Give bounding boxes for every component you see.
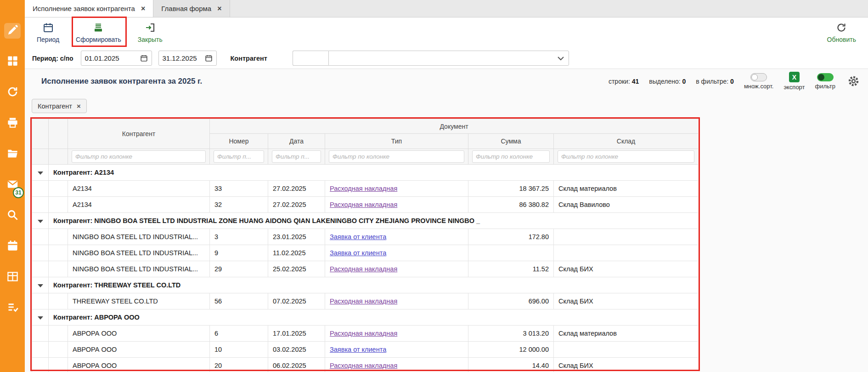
sidebar-item-registry[interactable] [4,269,21,285]
cell-counterparty: АВРОРА ООО [68,342,210,358]
document-type-link[interactable]: Расходная накладная [330,330,397,337]
sidebar: 31 [0,0,25,372]
sidebar-item-modules[interactable] [4,54,21,69]
sidebar-item-tasks[interactable] [4,300,21,316]
cell-spacer [49,229,68,245]
date-from-input[interactable] [85,54,140,62]
generate-report-icon [93,22,104,34]
column-group-document: Документ [210,119,699,134]
date-from-field[interactable] [81,51,152,66]
table-row[interactable]: THREEWAY STEEL CO.LTD5607.02.2025Расходн… [32,293,699,309]
triangle-down-icon [38,316,43,320]
date-to-field[interactable] [158,51,217,66]
cell-number: 20 [210,358,268,372]
filter-cell [68,149,210,165]
date-to-input[interactable] [163,54,205,62]
column-filter-input-0[interactable] [72,150,206,163]
cell-warehouse [554,342,699,358]
document-type-link[interactable]: Расходная накладная [330,185,397,192]
sidebar-item-mail[interactable]: 31 [4,177,21,193]
search-icon [6,209,19,223]
collapse-group-button[interactable] [32,309,49,326]
close-icon[interactable]: × [141,5,145,12]
document-type-link[interactable]: Расходная накладная [330,362,397,369]
column-header-warehouse[interactable]: Склад [554,134,699,149]
period-button[interactable]: Период [37,22,59,43]
cell-expander [32,181,49,197]
period-range-label: Период: с/по [32,55,73,62]
document-type-link[interactable]: Расходная накладная [330,265,397,273]
table-row[interactable]: А21343327.02.2025Расходная накладная18 3… [32,181,699,197]
document-type-link[interactable]: Заявка от клиента [330,233,386,240]
table-row[interactable]: NINGBO BOA STEEL LTD INDUSTRIAL...2925.0… [32,261,699,277]
column-filter-input-2[interactable] [272,150,321,163]
table-row[interactable]: АВРОРА ООО1003.02.2025Заявка от клиента1… [32,342,699,358]
counterparty-select[interactable] [328,51,569,66]
tab-main-form[interactable]: Главная форма × [153,0,230,17]
document-type-link[interactable]: Заявка от клиента [330,249,386,257]
sidebar-item-print[interactable] [4,115,21,131]
excel-export-icon[interactable]: X [789,72,800,82]
filter-chip-counterparty[interactable]: Контрагент × [32,99,87,113]
cell-sum: 18 367.25 [468,181,554,197]
column-filter-input-4[interactable] [472,150,550,163]
cell-spacer [49,293,68,309]
close-icon[interactable]: × [77,102,81,110]
collapse-group-button[interactable] [32,165,49,181]
table-row[interactable]: АВРОРА ООО617.01.2025Расходная накладная… [32,326,699,342]
column-header-type[interactable]: Тип [325,134,468,149]
tab-execution-report[interactable]: Исполнение заявок контрагента × [25,0,153,17]
table-row[interactable]: NINGBO BOA STEEL LTD INDUSTRIAL...323.01… [32,229,699,245]
cell-doc-type: Расходная накладная [325,181,468,197]
counterparty-code-input[interactable] [293,51,328,66]
cell-date: 07.02.2025 [268,293,325,309]
document-type-link[interactable]: Расходная накладная [330,298,397,305]
expander-column-header [32,119,49,149]
report-table-body: Контрагент: А2134А21343327.02.2025Расход… [32,165,699,372]
sidebar-item-folder[interactable] [4,146,21,162]
cell-counterparty: THREEWAY STEEL CO.LTD [68,293,210,309]
table-row[interactable]: А21343227.02.2025Расходная накладная86 3… [32,197,699,213]
filter-toggle[interactable] [817,73,834,81]
calendar-icon[interactable] [140,54,148,62]
sidebar-item-search[interactable] [4,208,21,223]
collapse-group-button[interactable] [32,213,49,229]
calendar-icon[interactable] [205,54,213,62]
cell-spacer [49,245,68,261]
close-icon[interactable]: × [217,5,221,12]
column-filter-input-1[interactable] [214,150,264,163]
generate-button[interactable]: Сформировать [76,22,121,43]
gear-icon[interactable] [847,75,860,87]
cell-doc-type: Расходная накладная [325,358,468,372]
group-row: Контрагент: АВРОРА ООО [32,309,699,326]
document-type-link[interactable]: Расходная накладная [330,201,397,208]
cell-warehouse [554,245,699,261]
filter-cell [210,149,268,165]
column-filter-input-5[interactable] [558,150,694,163]
refresh-button[interactable]: Обновить [827,22,856,43]
column-header-sum[interactable]: Сумма [468,134,554,149]
cell-sum: 696.00 [468,293,554,309]
export-control: X экспорт [783,72,805,91]
registry-icon [6,270,19,285]
table-row[interactable]: АВРОРА ООО2006.02.2025Расходная накладна… [32,358,699,372]
collapse-group-button[interactable] [32,277,49,293]
close-form-button[interactable]: Закрыть [138,22,163,43]
cell-number: 6 [210,326,268,342]
column-header-number[interactable]: Номер [210,134,268,149]
sidebar-item-pencil[interactable] [4,23,21,39]
sidebar-item-sync[interactable] [4,85,21,100]
filter-cell [325,149,468,165]
document-type-link[interactable]: Заявка от клиента [330,346,386,353]
export-label: экспорт [783,84,805,91]
cell-date: 27.02.2025 [268,197,325,213]
table-row[interactable]: NINGBO BOA STEEL LTD INDUSTRIAL...911.02… [32,245,699,261]
multisort-toggle[interactable] [750,73,767,81]
column-header-date[interactable]: Дата [268,134,325,149]
print-icon [6,116,19,131]
column-header-counterparty[interactable]: Контрагент [68,119,210,149]
cell-expander [32,229,49,245]
period-button-label: Период [37,36,59,43]
column-filter-input-3[interactable] [329,150,464,163]
sidebar-item-calendar[interactable] [4,239,21,254]
